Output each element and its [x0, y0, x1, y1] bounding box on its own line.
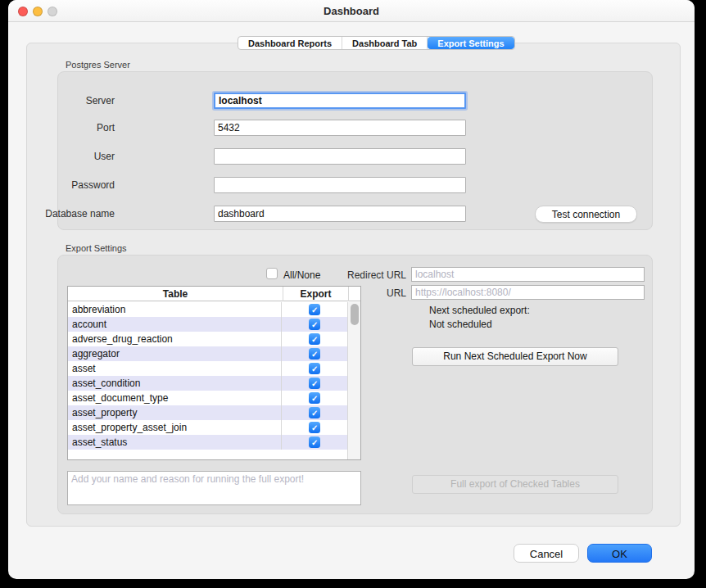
- redirect-url-label: Redirect URL: [341, 269, 406, 281]
- export-table: Table Export abbreviation✓account✓advers…: [67, 286, 361, 460]
- table-export-cell: ✓: [282, 319, 347, 330]
- table-export-cell: ✓: [282, 407, 347, 418]
- table-export-cell: ✓: [282, 304, 347, 315]
- url-label: URL: [341, 287, 406, 299]
- postgres-groupbox: Server Port User Password Database name …: [57, 71, 653, 230]
- table-name-cell: adverse_drug_reaction: [68, 332, 282, 346]
- table-export-cell: ✓: [282, 392, 347, 404]
- all-none-label: All/None: [283, 269, 320, 281]
- table-export-cell: ✓: [282, 378, 347, 389]
- table-name-cell: asset_property_asset_join: [68, 420, 282, 435]
- export-group-label: Export Settings: [66, 243, 127, 253]
- next-scheduled-export-value: Not scheduled: [429, 319, 492, 330]
- table-body: abbreviation✓account✓adverse_drug_reacti…: [68, 302, 347, 450]
- table-row[interactable]: aggregator✓: [68, 346, 347, 361]
- table-row[interactable]: asset_condition✓: [68, 376, 347, 391]
- table-row[interactable]: asset_property✓: [68, 405, 347, 420]
- table-name-cell: asset_property: [68, 405, 282, 420]
- export-row-checkbox[interactable]: ✓: [309, 333, 320, 345]
- table-vertical-scrollbar[interactable]: [347, 302, 360, 459]
- password-label: Password: [71, 179, 115, 191]
- export-reason-textarea[interactable]: [67, 471, 361, 505]
- cancel-button[interactable]: Cancel: [514, 544, 579, 563]
- database-name-input[interactable]: [214, 206, 466, 222]
- table-row[interactable]: abbreviation✓: [68, 302, 347, 317]
- scrollbar-thumb[interactable]: [351, 304, 359, 325]
- next-scheduled-export-label: Next scheduled export:: [429, 305, 530, 316]
- export-row-checkbox[interactable]: ✓: [309, 363, 320, 374]
- tab-dashboard-tab[interactable]: Dashboard Tab: [342, 37, 428, 49]
- table-name-cell: asset: [68, 361, 282, 376]
- export-row-checkbox[interactable]: ✓: [309, 407, 320, 418]
- export-row-checkbox[interactable]: ✓: [309, 319, 320, 330]
- table-row[interactable]: account✓: [68, 317, 347, 332]
- port-label: Port: [97, 122, 115, 133]
- table-row[interactable]: adverse_drug_reaction✓: [68, 332, 347, 346]
- export-row-checkbox[interactable]: ✓: [309, 422, 320, 433]
- window-title: Dashboard: [8, 0, 695, 22]
- table-row[interactable]: asset✓: [68, 361, 347, 376]
- table-name-cell: account: [68, 317, 282, 332]
- export-column-header[interactable]: Export: [283, 287, 348, 301]
- server-label: Server: [86, 95, 115, 106]
- user-label: User: [94, 151, 115, 162]
- table-export-cell: ✓: [282, 348, 347, 360]
- export-row-checkbox[interactable]: ✓: [309, 392, 320, 404]
- export-row-checkbox[interactable]: ✓: [309, 348, 320, 360]
- table-name-cell: asset_document_type: [68, 391, 282, 405]
- table-column-header[interactable]: Table: [68, 287, 283, 301]
- table-name-cell: abbreviation: [68, 302, 282, 317]
- run-next-export-button[interactable]: Run Next Scheduled Export Now: [412, 347, 618, 366]
- full-export-button[interactable]: Full export of Checked Tables: [412, 475, 618, 494]
- tab-dashboard-reports[interactable]: Dashboard Reports: [238, 37, 342, 49]
- table-export-cell: ✓: [282, 422, 347, 433]
- port-input[interactable]: [214, 120, 466, 136]
- table-name-cell: aggregator: [68, 346, 282, 361]
- server-input[interactable]: [214, 93, 466, 109]
- table-name-cell: asset_status: [68, 435, 282, 450]
- ok-button[interactable]: OK: [587, 544, 652, 563]
- export-row-checkbox[interactable]: ✓: [309, 304, 320, 315]
- table-export-cell: ✓: [282, 363, 347, 374]
- table-export-cell: ✓: [282, 436, 347, 448]
- all-none-checkbox[interactable]: [266, 268, 278, 279]
- dashboard-window: Dashboard Dashboard Reports Dashboard Ta…: [8, 0, 695, 579]
- table-row[interactable]: asset_document_type✓: [68, 391, 347, 405]
- export-row-checkbox[interactable]: ✓: [309, 436, 320, 448]
- password-input[interactable]: [214, 177, 466, 193]
- table-row[interactable]: asset_property_asset_join✓: [68, 420, 347, 435]
- tab-export-settings[interactable]: Export Settings: [428, 37, 514, 49]
- database-name-label: Database name: [45, 208, 115, 219]
- table-header: Table Export: [68, 287, 360, 301]
- export-row-checkbox[interactable]: ✓: [309, 378, 320, 389]
- tab-bar: Dashboard Reports Dashboard Tab Export S…: [238, 36, 515, 50]
- postgres-group-label: Postgres Server: [66, 60, 130, 70]
- table-export-cell: ✓: [282, 333, 347, 345]
- table-name-cell: asset_condition: [68, 376, 282, 391]
- test-connection-button[interactable]: Test connection: [535, 206, 637, 223]
- title-bar[interactable]: Dashboard: [8, 0, 695, 22]
- user-input[interactable]: [214, 148, 466, 165]
- table-row[interactable]: asset_status✓: [68, 435, 347, 450]
- redirect-url-input[interactable]: [411, 267, 645, 282]
- url-input[interactable]: [411, 285, 645, 300]
